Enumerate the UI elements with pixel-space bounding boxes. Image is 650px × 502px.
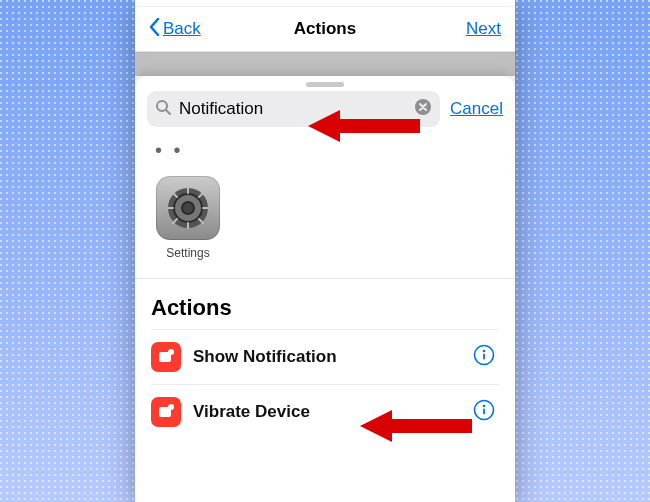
info-icon[interactable] — [473, 399, 499, 425]
vibrate-icon — [151, 397, 181, 427]
svg-point-15 — [168, 349, 174, 355]
svg-line-1 — [166, 110, 170, 114]
search-input[interactable] — [177, 98, 408, 120]
search-row: Cancel — [135, 91, 515, 137]
settings-icon — [156, 176, 220, 240]
apps-row: Settings — [151, 170, 499, 278]
action-vibrate-device[interactable]: Vibrate Device — [151, 384, 499, 439]
svg-point-5 — [182, 202, 194, 214]
info-icon[interactable] — [473, 344, 499, 370]
cancel-button[interactable]: Cancel — [450, 99, 503, 119]
svg-rect-23 — [483, 409, 485, 415]
svg-point-20 — [168, 404, 174, 410]
truncated-apps-label: • • — [155, 139, 495, 162]
action-show-notification[interactable]: Show Notification — [151, 329, 499, 384]
notification-icon — [151, 342, 181, 372]
app-label: Settings — [151, 246, 225, 260]
section-title-actions: Actions — [151, 295, 499, 321]
next-button[interactable]: Next — [466, 19, 501, 39]
svg-point-17 — [483, 350, 486, 353]
device-frame: Back Actions Next Cancel • • — [135, 0, 515, 502]
svg-point-22 — [483, 405, 486, 408]
back-button[interactable]: Back — [149, 18, 201, 41]
search-icon — [155, 99, 171, 119]
grabber-handle[interactable] — [306, 82, 344, 87]
back-label: Back — [163, 19, 201, 39]
chevron-left-icon — [149, 18, 161, 41]
sheet-backdrop — [135, 52, 515, 76]
separator — [135, 278, 515, 279]
action-label: Show Notification — [193, 347, 461, 367]
app-settings[interactable]: Settings — [151, 176, 225, 260]
svg-rect-18 — [483, 354, 485, 360]
results-scroll[interactable]: • • — [135, 137, 515, 502]
search-sheet: Cancel • • — [135, 76, 515, 502]
action-label: Vibrate Device — [193, 402, 461, 422]
nav-bar: Back Actions Next — [135, 7, 515, 52]
clear-icon[interactable] — [414, 98, 432, 120]
search-field[interactable] — [147, 91, 440, 127]
status-bar — [135, 0, 515, 7]
